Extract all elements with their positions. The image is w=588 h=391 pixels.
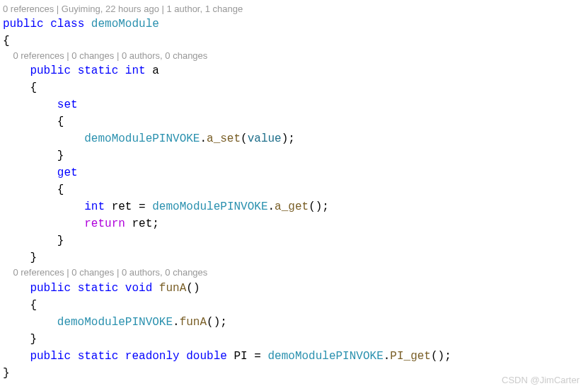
code-line: set [3, 96, 588, 113]
code-line: int ret = demoModulePINVOKE.a_get(); [3, 198, 588, 215]
code-line: demoModulePINVOKE.a_set(value); [3, 130, 588, 147]
identifier: ret [132, 217, 152, 230]
code-line: } [3, 147, 588, 164]
keyword-get: get [57, 166, 78, 179]
method-name: PI_get [390, 350, 431, 363]
keyword-public: public [30, 64, 71, 77]
semicolon: ; [152, 217, 159, 230]
rparen: ) [214, 316, 221, 329]
keyword-static: static [78, 282, 119, 295]
code-editor[interactable]: 0 references | Guyiming, 22 hours ago | … [3, 3, 588, 382]
dot: . [173, 316, 180, 329]
keyword-set: set [57, 98, 78, 111]
code-line: { [3, 181, 588, 198]
keyword-void: void [125, 282, 152, 295]
code-line: get [3, 164, 588, 181]
dot: . [384, 350, 391, 363]
code-line: public static int a [3, 62, 588, 79]
keyword-int: int [125, 64, 146, 77]
type-name: demoModulePINVOKE [57, 316, 173, 329]
keyword-public: public [3, 18, 44, 30]
keyword-int: int [84, 200, 105, 213]
keyword-public: public [30, 282, 71, 295]
codelens-class[interactable]: 0 references | Guyiming, 22 hours ago | … [3, 3, 588, 16]
keyword-static: static [78, 350, 119, 363]
brace-open: { [57, 183, 64, 196]
method-name: funA [159, 282, 186, 295]
keyword-readonly: readonly [125, 350, 180, 363]
identifier: PI [234, 350, 247, 363]
method-name: funA [180, 316, 207, 329]
equals: = [248, 350, 268, 363]
keyword-class: class [50, 18, 84, 30]
lparen: ( [186, 282, 193, 295]
keyword-static: static [78, 64, 119, 77]
code-line: return ret; [3, 215, 588, 232]
type-name: demoModulePINVOKE [268, 350, 384, 363]
rparen: ) [316, 200, 323, 213]
rparen: ) [438, 350, 445, 363]
method-name: a_get [275, 200, 309, 213]
keyword-return: return [84, 217, 125, 230]
lparen: ( [431, 350, 438, 363]
code-line: { [3, 113, 588, 130]
type-name: demoModulePINVOKE [152, 200, 267, 213]
brace-close: } [30, 333, 37, 346]
semicolon: ; [220, 316, 227, 329]
rparen: ) [282, 132, 289, 145]
code-line: public class demoModule [3, 16, 588, 33]
type-name: demoModule [91, 18, 159, 30]
brace-close: } [30, 251, 37, 264]
code-line: { [3, 79, 588, 96]
semicolon: ; [444, 350, 451, 363]
codelens-member[interactable]: 0 references | 0 changes | 0 authors, 0 … [3, 50, 588, 62]
brace-close: } [57, 234, 64, 247]
lparen: ( [241, 132, 248, 145]
code-line: public static readonly double PI = demoM… [3, 348, 588, 365]
type-name: demoModulePINVOKE [84, 132, 200, 145]
equals: = [132, 200, 152, 213]
rparen: ) [193, 282, 200, 295]
code-line: } [3, 249, 588, 266]
keyword-double: double [186, 350, 227, 363]
lparen: ( [207, 316, 214, 329]
codelens-member[interactable]: 0 references | 0 changes | 0 authors, 0 … [3, 266, 588, 279]
brace-open: { [30, 81, 37, 94]
semicolon: ; [288, 132, 295, 145]
brace-open: { [30, 299, 37, 312]
lparen: ( [309, 200, 316, 213]
semicolon: ; [322, 200, 329, 213]
brace-open: { [57, 115, 64, 128]
dot: . [200, 132, 207, 145]
keyword-public: public [30, 350, 71, 363]
identifier: ret [112, 200, 132, 213]
code-line: { [3, 297, 588, 314]
method-name: a_set [207, 132, 241, 145]
parameter: value [248, 132, 282, 145]
dot: . [268, 200, 275, 213]
code-line: } [3, 232, 588, 249]
code-line: } [3, 365, 588, 382]
code-line: { [3, 33, 588, 50]
code-line: public static void funA() [3, 280, 588, 297]
brace-open: { [3, 35, 10, 47]
brace-close: } [57, 149, 64, 162]
code-line: } [3, 331, 588, 348]
code-line: demoModulePINVOKE.funA(); [3, 314, 588, 331]
brace-close: } [3, 367, 10, 380]
identifier: a [152, 64, 159, 77]
